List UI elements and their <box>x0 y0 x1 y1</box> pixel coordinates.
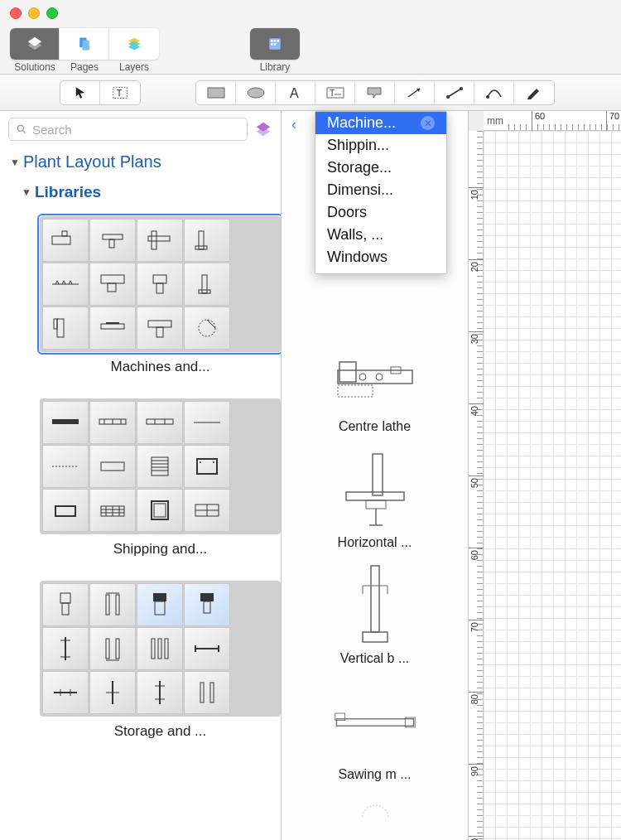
svg-rect-127 <box>371 566 379 632</box>
ruler-tick-label: 40 <box>469 406 479 416</box>
svg-rect-13 <box>113 87 128 98</box>
disclosure-triangle-icon: ▼ <box>22 186 31 198</box>
svg-rect-35 <box>152 231 156 249</box>
ruler-tick-label: 90 <box>469 766 479 776</box>
dropdown-item-walls[interactable]: Walls, ... <box>315 224 446 246</box>
close-icon[interactable]: ✕ <box>421 116 435 130</box>
svg-rect-86 <box>62 603 69 615</box>
textbox-tool[interactable]: T <box>315 81 355 104</box>
canvas-grid[interactable] <box>484 131 621 840</box>
svg-rect-123 <box>346 492 404 500</box>
titlebar <box>0 0 621 27</box>
svg-rect-15 <box>208 88 224 98</box>
svg-rect-43 <box>156 283 163 293</box>
tree-section-plant-layout[interactable]: ▼ Plant Layout Plans <box>0 147 281 176</box>
svg-rect-32 <box>62 231 67 236</box>
library-label: Library <box>260 61 291 73</box>
dditem-label: Shippin... <box>327 137 389 154</box>
search-input[interactable] <box>32 123 240 137</box>
svg-rect-34 <box>109 239 114 248</box>
zoom-window-button[interactable] <box>46 7 58 19</box>
svg-rect-114 <box>200 683 204 702</box>
svg-rect-3 <box>82 40 89 50</box>
svg-rect-93 <box>204 601 210 613</box>
layers-button[interactable] <box>109 28 159 60</box>
svg-rect-9 <box>274 40 277 42</box>
library-group-machines[interactable] <box>40 216 281 352</box>
dropdown-item-dimensions[interactable]: Dimensi... <box>315 179 446 201</box>
shape-item-vertical[interactable]: Vertical b ... <box>330 562 421 666</box>
rectangle-tool[interactable] <box>196 81 236 104</box>
svg-rect-91 <box>155 601 165 615</box>
curve-tool[interactable] <box>474 81 514 104</box>
svg-rect-121 <box>338 385 373 397</box>
ruler-tick-label: 70 <box>469 622 479 632</box>
svg-rect-54 <box>52 419 79 424</box>
svg-rect-18 <box>327 88 344 98</box>
svg-rect-124 <box>366 500 386 509</box>
solutions-button[interactable] <box>10 28 60 60</box>
svg-rect-100 <box>152 639 155 659</box>
ruler-horizontal: mm 60 70 <box>484 111 621 131</box>
ruler-tick-label: 50 <box>469 478 479 488</box>
drawing-canvas[interactable]: mm 60 70 10 20 30 40 50 60 70 80 90 100 <box>469 111 621 840</box>
svg-point-27 <box>17 125 23 131</box>
ellipse-tool[interactable] <box>236 81 276 104</box>
svg-rect-10 <box>277 40 280 42</box>
ruler-tick-label: 30 <box>469 334 479 344</box>
library-group-storage[interactable] <box>40 581 281 717</box>
svg-text:T: T <box>330 89 335 98</box>
back-chevron-icon[interactable]: ‹ <box>288 116 300 133</box>
library-group-shipping[interactable] <box>40 398 281 534</box>
dropdown-item-machines[interactable]: Machine... ✕ <box>315 112 446 134</box>
line-tool[interactable] <box>435 81 474 104</box>
svg-line-21 <box>408 89 420 97</box>
callout-tool[interactable] <box>355 81 395 104</box>
svg-rect-115 <box>210 683 214 702</box>
close-window-button[interactable] <box>10 7 22 19</box>
svg-rect-41 <box>108 283 116 292</box>
svg-rect-102 <box>165 639 168 659</box>
shape-label: Centre lathe <box>339 419 411 434</box>
text-tool[interactable]: A <box>276 81 315 104</box>
svg-rect-65 <box>152 457 168 476</box>
text-select-tool[interactable]: T <box>100 81 140 104</box>
dropdown-item-storage[interactable]: Storage... <box>315 157 446 179</box>
svg-point-26 <box>486 95 489 99</box>
dropdown-item-doors[interactable]: Doors <box>315 201 446 224</box>
solutions-sidebar: ▼ Plant Layout Plans ▼ Libraries <box>0 111 282 840</box>
svg-rect-101 <box>158 639 161 659</box>
svg-rect-8 <box>271 40 273 42</box>
svg-rect-37 <box>199 231 204 249</box>
solutions-icon[interactable] <box>254 120 272 138</box>
pointer-tool[interactable] <box>60 81 100 104</box>
svg-rect-47 <box>54 319 57 329</box>
svg-rect-70 <box>197 459 217 474</box>
svg-rect-81 <box>154 504 166 517</box>
tree-section-label: Plant Layout Plans <box>23 152 161 171</box>
ruler-tick-label: 60 <box>535 111 545 121</box>
svg-rect-50 <box>148 321 171 327</box>
shape-toolbar: T A T <box>0 75 621 111</box>
dropdown-item-shipping[interactable]: Shippin... <box>315 134 446 157</box>
disclosure-triangle-icon: ▼ <box>10 157 20 168</box>
dropdown-item-windows[interactable]: Windows <box>315 246 446 268</box>
search-box[interactable] <box>8 118 248 141</box>
tree-sub-libraries[interactable]: Libraries <box>31 176 118 208</box>
minimize-window-button[interactable] <box>28 7 40 19</box>
svg-rect-87 <box>106 595 109 615</box>
pages-button[interactable] <box>60 28 109 60</box>
library-button[interactable] <box>250 28 300 60</box>
shape-item-sawing[interactable]: Sawing m ... <box>330 678 421 782</box>
dditem-label: Windows <box>327 249 388 266</box>
shape-item-partial[interactable] <box>330 794 421 818</box>
svg-rect-44 <box>202 275 207 293</box>
shape-item-centre-lathe[interactable]: Centre lathe <box>330 330 421 434</box>
svg-point-25 <box>460 87 463 90</box>
shape-item-horizontal[interactable]: Horizontal ... <box>330 446 421 550</box>
svg-rect-48 <box>101 324 124 329</box>
arrow-line-tool[interactable] <box>395 81 435 104</box>
pen-tool[interactable] <box>514 81 554 104</box>
svg-line-28 <box>23 131 26 133</box>
pages-label: Pages <box>60 61 109 73</box>
